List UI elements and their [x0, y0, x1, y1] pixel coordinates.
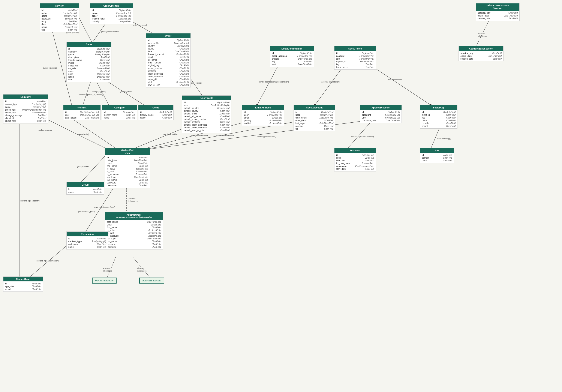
- entity-logentry-header: LogEntry: [3, 95, 48, 99]
- svg-line-36: [74, 120, 117, 149]
- entity-group: Group idAutoField nameCharField: [66, 182, 104, 195]
- svg-text:permissions (group): permissions (group): [78, 211, 95, 213]
- svg-text:user_permissions (user): user_permissions (user): [94, 206, 115, 208]
- svg-text:author (reviews): author (reviews): [39, 129, 52, 131]
- entity-permissionsmixin: PermissionsMixin: [92, 278, 117, 284]
- entity-category-header: Category: [102, 105, 137, 110]
- svg-text:abstract: abstract: [129, 198, 136, 200]
- svg-line-78: [476, 22, 489, 47]
- svg-text:abstract: abstract: [103, 267, 110, 269]
- entity-discount: Discount idBigAutoField codeCharField en…: [334, 148, 376, 171]
- entity-abstractbaseuser: AbstractBaseUser: [139, 278, 164, 284]
- svg-line-75: [133, 257, 150, 278]
- entity-review: Review idAutoField authorForeignKey (id)…: [40, 3, 79, 32]
- svg-text:inheritance: inheritance: [478, 35, 487, 37]
- entity-game: Game idBigAutoField categoryForeignKey (…: [66, 42, 111, 82]
- entity-wishlist-body: idOneToOneField (id) userOneToOneField (…: [63, 110, 101, 120]
- svg-text:game (orderlineitems): game (orderlineitems): [101, 30, 119, 33]
- entity-wishlist: Wishlist idOneToOneField (id) userOneToO…: [63, 105, 101, 120]
- svg-text:email_address (emailconfirmati: email_address (emailconfirmation): [259, 81, 289, 83]
- entity-session-header: <AbstractBaseSession> Session: [476, 3, 519, 11]
- entity-socialaccount-body: idBigAutoField userForeignKey (id) date_…: [294, 110, 335, 131]
- entity-abstractuser-header: AbstractUser <AbstractBaseUser,Permissio…: [105, 212, 163, 220]
- entity-genre-header: Genre: [138, 105, 173, 110]
- entity-emailaddress-body: idBigAutoField userForeignKey (id) email…: [242, 110, 284, 126]
- svg-text:user (wishlist): user (wishlist): [77, 133, 89, 135]
- entity-applieddiscount-body: idBigAutoField discountForeignKey (id) u…: [360, 110, 401, 123]
- entity-order: Order idBigAutoField user_profileForeign…: [146, 33, 191, 87]
- entity-group-body: idAutoField nameCharField: [67, 187, 104, 194]
- entity-userprofile-header: UserProfile: [182, 95, 231, 100]
- entity-socialaccount: SocialAccount idBigAutoField userForeign…: [293, 105, 335, 131]
- entity-site: Site idAutoField domainCharField nameCha…: [420, 148, 454, 163]
- svg-text:author (reviews): author (reviews): [43, 67, 57, 69]
- entity-contenttype-header: ContentType: [3, 277, 43, 281]
- entity-abstractbasesession-header: AbstractBaseSession: [459, 46, 503, 51]
- svg-line-18: [257, 61, 281, 105]
- entity-userprofile-body: idBigAutoField userOneToOneField (id) de…: [182, 100, 231, 133]
- entity-logentry: LogEntry idAutoField content_typeForeign…: [3, 94, 48, 123]
- entity-applieddiscount: AppliedDiscount idBigAutoField discountF…: [360, 105, 402, 123]
- entity-abstractuser-body: date_joinedDateTimeField emailEmailField…: [105, 220, 163, 249]
- svg-text:inheritance: inheritance: [129, 200, 138, 202]
- entity-orderlineitem-header: OrderLineItem: [90, 3, 133, 8]
- svg-line-33: [347, 122, 371, 149]
- entity-socialapp-body: idBigAutoField client_idCharField keyCha…: [420, 110, 457, 128]
- entity-socialtoken-header: SocialToken: [334, 46, 376, 51]
- entity-discount-header: Discount: [334, 148, 376, 153]
- entity-contenttype-body: idAutoField app_labelCharField modelChar…: [3, 281, 43, 291]
- entity-wishlist-header: Wishlist: [63, 105, 101, 110]
- svg-line-69: [28, 242, 71, 279]
- entity-user-body: idAutoField date_joinedDateTimeField ema…: [105, 155, 150, 188]
- entity-category: Category idBigAutoField friendly_nameCha…: [102, 105, 137, 120]
- svg-text:user (userprofile): user (userprofile): [163, 133, 177, 135]
- svg-text:account (socialtoken): account (socialtoken): [321, 81, 340, 83]
- entity-session-body: session_keyCharField expire_dateDateTime…: [476, 11, 519, 21]
- entity-userprofile: UserProfile idBigAutoField userOneToOneF…: [182, 95, 231, 133]
- entity-socialtoken-body: idBigAutoField accountForeignKey (id) ap…: [334, 51, 376, 70]
- entity-orderlineitem-body: idBigAutoField gameForeignKey (id) order…: [90, 8, 133, 24]
- entity-genre: Genre idBigAutoField friendly_nameCharFi…: [138, 105, 174, 120]
- entity-permission-body: idAutoField content_typeForeignKey (id) …: [67, 237, 108, 249]
- svg-text:category (game): category (game): [92, 90, 106, 93]
- entity-discount-body: idBigAutoField codeCharField end_dateDat…: [334, 153, 376, 171]
- entity-site-body: idAutoField domainCharField nameCharFiel…: [420, 153, 454, 163]
- entity-socialapp-header: SocialApp: [420, 105, 457, 110]
- svg-text:groups (user): groups (user): [77, 166, 89, 168]
- diagram-canvas: game (review) game (orderlineitems) orde…: [0, 0, 562, 392]
- entity-socialtoken: SocialToken idBigAutoField accountForeig…: [334, 46, 376, 70]
- entity-review-body: idAutoField authorForeignKey (id) gameFo…: [40, 8, 79, 32]
- svg-text:user (applieddiscount): user (applieddiscount): [257, 135, 276, 138]
- entity-abstractuser: AbstractUser <AbstractBaseUser,Permissio…: [105, 212, 163, 249]
- svg-text:sites (socialapp): sites (socialapp): [437, 138, 451, 140]
- entity-order-body: idBigAutoField user_profileForeignKey (i…: [146, 38, 190, 87]
- entity-emailconfirmation: EmailConfirmation idBigAutoField email_a…: [270, 46, 314, 67]
- entity-abstractbasesession-body: session_keyCharField expire_dateDateTime…: [459, 51, 503, 61]
- svg-line-72: [107, 257, 116, 278]
- entity-game-header: Game: [67, 42, 111, 47]
- entity-contenttype: ContentType idAutoField app_labelCharFie…: [3, 276, 43, 292]
- svg-text:discount (applieddiscount): discount (applieddiscount): [351, 135, 374, 138]
- entity-orderlineitem: OrderLineItem idBigAutoField gameForeign…: [90, 3, 133, 24]
- entity-category-body: idBigAutoField friendly_nameCharField na…: [102, 110, 137, 120]
- entity-applieddiscount-header: AppliedDiscount: [360, 105, 401, 110]
- entity-group-header: Group: [67, 182, 104, 187]
- svg-text:abstract: abstract: [137, 267, 144, 269]
- svg-text:app (socialtoken): app (socialtoken): [388, 79, 403, 81]
- entity-permission: Permission idAutoField content_typeForei…: [66, 231, 108, 249]
- svg-line-81: [431, 129, 439, 149]
- entity-permission-header: Permission: [67, 232, 108, 237]
- entity-session: <AbstractBaseSession> Session session_ke…: [476, 3, 520, 21]
- svg-text:wishlist (games_in_wishlist): wishlist (games_in_wishlist): [79, 94, 103, 96]
- entity-socialapp: SocialApp idBigAutoField client_idCharFi…: [420, 105, 457, 129]
- entity-emailaddress-header: EmailAddress: [242, 105, 284, 110]
- entity-site-header: Site: [420, 148, 454, 153]
- entity-user-header: <AbstractUser> User: [105, 148, 150, 155]
- svg-text:genre (game): genre (game): [120, 90, 131, 93]
- entity-emailconfirmation-body: idBigAutoField email_addressForeignKey (…: [270, 51, 314, 67]
- entity-user: <AbstractUser> User idAutoField date_joi…: [105, 148, 150, 188]
- entity-emailconfirmation-header: EmailConfirmation: [270, 46, 314, 51]
- entity-abstractbasesession: AbstractBaseSession session_keyCharField…: [458, 46, 503, 61]
- svg-text:user (socialaccount): user (socialaccount): [216, 134, 234, 137]
- svg-text:order (lineitems): order (lineitems): [133, 24, 147, 26]
